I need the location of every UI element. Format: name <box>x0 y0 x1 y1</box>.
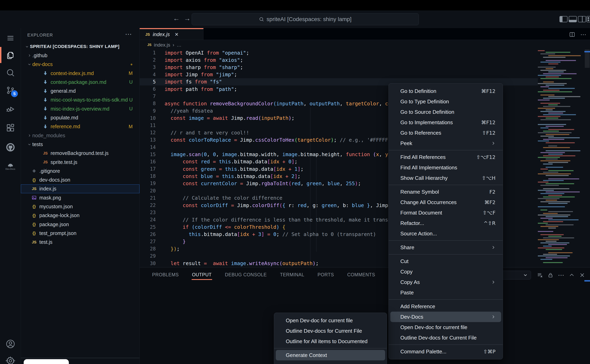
toggle-sidebar-icon[interactable] <box>559 16 568 22</box>
explorer-item-node-modules[interactable]: node_modules <box>21 131 139 140</box>
menu-item-show-call-hierarchy[interactable]: Show Call Hierarchy⇧⌥H <box>389 173 503 183</box>
search-icon[interactable] <box>0 64 21 81</box>
explorer-more-actions-icon[interactable]: ⋯ <box>125 30 132 38</box>
github-icon[interactable] <box>0 139 21 156</box>
accounts-icon[interactable] <box>0 336 21 352</box>
panel-tab-problems[interactable]: PROBLEMS <box>152 268 179 281</box>
menu-item-copy[interactable]: Copy <box>389 266 503 277</box>
panel-tab-comments[interactable]: COMMENTS <box>347 268 376 281</box>
explorer-item-spriteai-codespaces-shiny-lamp[interactable]: SPRITEAI [CODESPACES: SHINY LAMP] <box>21 42 139 51</box>
panel-more-actions-icon[interactable]: ⋯ <box>558 273 564 277</box>
menu-item-go-to-source-definition[interactable]: Go to Source Definition <box>389 107 503 117</box>
explorer-item-test-prompt-json[interactable]: {}test_prompt.json <box>21 229 139 238</box>
tab-index-js[interactable]: JS index.js ✕ <box>140 28 203 40</box>
breadcrumb[interactable]: JS index.js › … <box>147 42 182 48</box>
explorer-item-removebackground-test-js[interactable]: JSremoveBackground.test.js <box>21 149 139 158</box>
toggle-panel-icon[interactable] <box>569 16 577 22</box>
menu-item-go-to-implementations[interactable]: Go to Implementations⌘F12 <box>389 117 503 128</box>
menu-item-find-all-references[interactable]: Find All References⇧⌥F12 <box>389 152 503 162</box>
explorer-item-context-index-js-md[interactable]: context-index.js.mdM <box>21 69 139 78</box>
explorer-item-dev-docs-json[interactable]: {}dev-docs.json <box>21 175 139 184</box>
menu-item-cut[interactable]: Cut <box>389 256 503 266</box>
line-number: 4 <box>140 72 156 78</box>
explorer-item-dev-docs[interactable]: dev-docs● <box>21 60 139 69</box>
minimap[interactable] <box>538 49 584 268</box>
line-number: 11 <box>140 123 156 128</box>
panel-tab-ports[interactable]: PORTS <box>317 268 334 281</box>
explorer-item-index-js[interactable]: JSindex.js <box>21 184 139 193</box>
explorer-item-populate-md[interactable]: populate.md <box>21 113 139 122</box>
explorer-item-test-js[interactable]: JStest.js <box>21 238 139 247</box>
menu-item-refactor[interactable]: Refactor...^⇧R <box>389 218 503 228</box>
clear-output-icon[interactable] <box>537 272 543 278</box>
menu-item-outline-dev-docs-for-current-file[interactable]: Outline Dev-docs for Current File <box>389 332 503 343</box>
code-line-3[interactable]: 3import sharp from "sharp"; <box>140 64 538 71</box>
explorer-item-misc-cool-ways-to-use-this-sdk-md[interactable]: misc-cool-ways-to-use-this-sdk.mdU <box>21 96 139 104</box>
menu-item-peek[interactable]: Peek <box>389 138 503 149</box>
explorer-item-package-lock-json[interactable]: {}package-lock.json <box>21 211 139 220</box>
code-line-4[interactable]: 4import Jimp from "jimp"; <box>140 71 538 78</box>
menu-item-change-all-occurrences[interactable]: Change All Occurrences⌘F2 <box>389 197 503 208</box>
breadcrumb-file[interactable]: index.js <box>154 42 170 48</box>
explorer-item-reference-md[interactable]: reference.mdM <box>21 122 139 131</box>
menu-item-rename-symbol[interactable]: Rename SymbolF2 <box>389 187 503 197</box>
explorer-item-mask-png[interactable]: mask.png <box>21 193 139 202</box>
nav-back-icon[interactable]: ← <box>173 14 180 22</box>
menu-item-go-to-definition[interactable]: Go to Definition⌘F12 <box>389 86 503 96</box>
command-center[interactable]: spriteAI [Codespaces: shiny lamp] <box>192 13 419 25</box>
menu-item-command-palette[interactable]: Command Palette...⇧⌘P <box>389 346 503 357</box>
panel-tab-debug-console[interactable]: DEBUG CONSOLE <box>225 268 267 281</box>
menu-item-copy-as[interactable]: Copy As <box>389 277 503 287</box>
nav-forward-icon[interactable]: → <box>184 14 191 22</box>
submenu-item-outline-dev-docs-for-current-file[interactable]: Outline Dev-docs for Current File <box>274 326 387 336</box>
explorer-item-gitignore[interactable]: .gitignore <box>21 167 139 175</box>
explorer-icon[interactable] <box>0 46 21 63</box>
tooltip-artifact <box>24 359 69 364</box>
shortcut-label: ⇧F12 <box>482 130 495 136</box>
submenu-item-outline-for-all-items-to-documented[interactable]: Outline for All items to Documented <box>274 336 387 346</box>
code-line-2[interactable]: 2import axios from "axios"; <box>140 56 538 64</box>
submenu-item-generate-context[interactable]: Generate Context <box>276 350 385 360</box>
menu-item-find-all-implementations[interactable]: Find All Implementations <box>389 162 503 173</box>
code-line-1[interactable]: 1import OpenAI from "openai"; <box>140 49 538 56</box>
tab-close-icon[interactable]: ✕ <box>175 32 179 37</box>
maximize-panel-icon[interactable] <box>569 272 575 278</box>
explorer-item-tests[interactable]: tests <box>21 140 139 149</box>
toggle-secondary-sidebar-icon[interactable] <box>578 16 586 22</box>
menu-item-go-to-references[interactable]: Go to References⇧F12 <box>389 128 503 138</box>
explorer-item-package-json[interactable]: {}package.json <box>21 220 139 229</box>
menu-item-go-to-type-definition[interactable]: Go to Type Definition <box>389 96 503 107</box>
js-file-icon: JS <box>147 43 151 47</box>
explorer-item-general-md[interactable]: general.md <box>21 86 139 95</box>
explorer-item-github[interactable]: .github <box>21 51 139 60</box>
run-debug-icon[interactable] <box>0 101 21 117</box>
customize-layout-icon[interactable] <box>586 16 590 22</box>
split-editor-icon[interactable] <box>569 32 575 38</box>
settings-gear-icon[interactable] <box>0 352 21 364</box>
explorer-item-sprite-test-js[interactable]: JSsprite.test.js <box>21 158 139 167</box>
extensions-icon[interactable] <box>0 120 21 136</box>
menu-item-paste[interactable]: Paste <box>389 287 503 298</box>
source-control-icon[interactable]: 5 <box>0 82 21 99</box>
explorer-item-mycustom-json[interactable]: {}mycustom.json <box>21 202 139 211</box>
chevron-down-icon <box>25 45 29 48</box>
markdown-arrow-icon <box>42 106 49 111</box>
panel-tab-terminal[interactable]: TERMINAL <box>279 268 305 281</box>
menu-item-open-dev-doc-for-current-file[interactable]: Open Dev-doc for current file <box>389 322 503 332</box>
chevron-right-icon <box>28 134 31 137</box>
breadcrumb-symbol[interactable]: … <box>177 42 182 48</box>
menu-item-format-document[interactable]: Format Document⇧⌥F <box>389 208 503 218</box>
explorer-item-misc-index-js-overview-md[interactable]: misc-index-js-overview.mdU <box>21 104 139 113</box>
menu-icon[interactable] <box>0 30 21 46</box>
menu-item-dev-docs[interactable]: Dev-Docs <box>390 312 501 322</box>
submenu-item-open-dev-doc-for-current-file[interactable]: Open Dev-doc for current file <box>274 315 387 326</box>
lock-scrolling-icon[interactable] <box>547 272 553 278</box>
menu-item-source-action[interactable]: Source Action... <box>389 228 503 239</box>
panel-tab-output[interactable]: OUTPUT <box>192 268 212 281</box>
menu-item-share[interactable]: Share <box>389 242 503 253</box>
dev-docs-icon[interactable]: Dev-Docs <box>0 158 21 175</box>
menu-item-add-reference[interactable]: Add Reference <box>389 301 503 312</box>
explorer-item-context-package-json-md[interactable]: context-package.json.mdU <box>21 78 139 86</box>
close-panel-icon[interactable] <box>579 272 585 278</box>
editor-more-actions-icon[interactable]: ⋯ <box>580 31 586 38</box>
